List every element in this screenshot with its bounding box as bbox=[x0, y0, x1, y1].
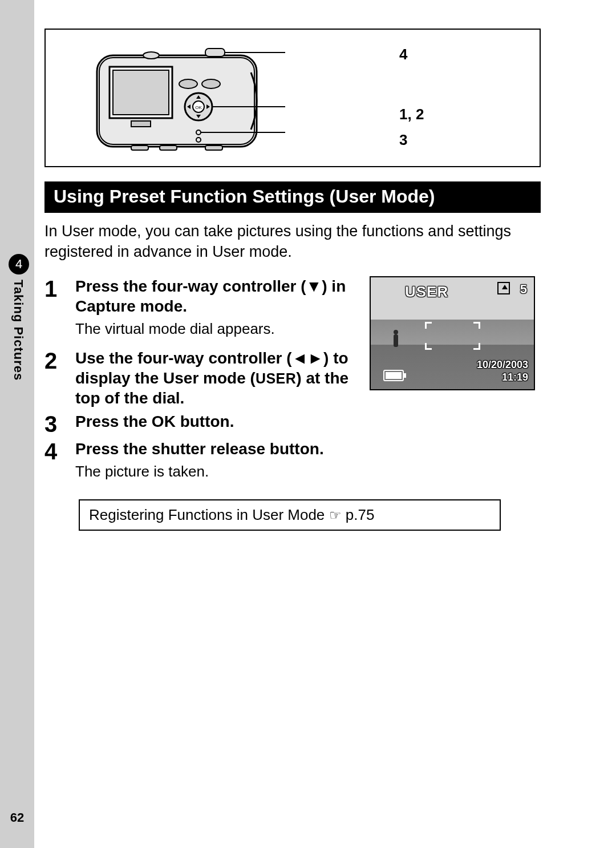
ss-focus-bracket bbox=[425, 322, 432, 329]
down-arrow-icon: ▼ bbox=[306, 277, 322, 295]
step-description: The picture is taken. bbox=[75, 462, 541, 482]
callout-4: 4 bbox=[399, 47, 407, 62]
step-body: Press the shutter release button. The pi… bbox=[75, 439, 541, 487]
pointer-icon: ☞ bbox=[329, 507, 342, 523]
ss-focus-bracket bbox=[473, 343, 480, 350]
step-title: Press the shutter release button. bbox=[75, 439, 541, 459]
step-description: The virtual mode dial appears. bbox=[75, 320, 364, 339]
callout-1-2: 1, 2 bbox=[399, 107, 424, 122]
svg-rect-17 bbox=[131, 146, 148, 150]
ss-person-silhouette bbox=[394, 334, 398, 347]
reference-page: p.75 bbox=[342, 506, 375, 523]
callout-3: 3 bbox=[399, 132, 407, 147]
intro-paragraph: In User mode, you can take pictures usin… bbox=[44, 221, 541, 263]
manual-page: 62 4 Taking Pictures OK bbox=[0, 0, 616, 848]
step-number: 3 bbox=[44, 411, 75, 435]
camera-illustration: OK bbox=[57, 38, 285, 158]
page-number: 62 bbox=[0, 810, 34, 825]
step-title: Press the OK button. bbox=[75, 411, 541, 431]
step-title: Press the four-way controller (▼) in Cap… bbox=[75, 276, 364, 316]
chapter-number-badge: 4 bbox=[9, 254, 29, 274]
chapter-title-vertical: Taking Pictures bbox=[9, 280, 26, 451]
steps-list: USER 5 10/20/2003 11:19 1 Press the four… bbox=[44, 276, 558, 531]
svg-text:OK: OK bbox=[195, 105, 202, 110]
reference-text: Registering Functions in User Mode bbox=[89, 506, 329, 523]
step-body: Press the four-way controller (▼) in Cap… bbox=[75, 276, 364, 345]
ss-mode-label: USER bbox=[405, 283, 448, 301]
content-area: OK 4 1, 2 3 bbox=[44, 29, 586, 531]
step-number: 1 bbox=[44, 276, 75, 300]
ss-count: 5 bbox=[520, 282, 527, 297]
step-1: 1 Press the four-way controller (▼) in C… bbox=[44, 276, 364, 345]
svg-point-2 bbox=[143, 52, 159, 59]
user-mode-label: USER bbox=[256, 370, 296, 386]
step-number: 4 bbox=[44, 439, 75, 463]
ss-battery-icon bbox=[383, 370, 404, 381]
svg-rect-18 bbox=[160, 146, 177, 150]
step-4: 4 Press the shutter release button. The … bbox=[44, 439, 541, 487]
cross-reference-box: Registering Functions in User Mode ☞ p.7… bbox=[79, 499, 501, 531]
svg-rect-3 bbox=[205, 49, 225, 56]
svg-point-10 bbox=[179, 79, 197, 88]
step-3: 3 Press the OK button. bbox=[44, 411, 541, 435]
section-heading: Using Preset Function Settings (User Mod… bbox=[44, 181, 541, 213]
step-title: Use the four-way controller (◄►) to disp… bbox=[75, 348, 364, 408]
step-body: Press the OK button. bbox=[75, 411, 541, 431]
svg-point-11 bbox=[202, 79, 220, 88]
camera-diagram-box: OK 4 1, 2 3 bbox=[44, 29, 541, 167]
step-2: 2 Use the four-way controller (◄►) to di… bbox=[44, 348, 364, 408]
step-title-text: Use the four-way controller ( bbox=[75, 349, 292, 367]
ss-focus-bracket bbox=[473, 322, 480, 329]
svg-rect-6 bbox=[131, 121, 151, 127]
step-number: 2 bbox=[44, 348, 75, 372]
step-body: Use the four-way controller (◄►) to disp… bbox=[75, 348, 364, 408]
left-right-arrow-icon: ◄► bbox=[292, 349, 323, 367]
ss-card-icon bbox=[497, 282, 510, 294]
svg-rect-19 bbox=[205, 146, 222, 150]
lcd-screenshot: USER 5 10/20/2003 11:19 bbox=[370, 276, 535, 390]
step-title-text: Press the four-way controller ( bbox=[75, 277, 306, 295]
ss-time: 11:19 bbox=[502, 371, 528, 383]
svg-rect-5 bbox=[113, 70, 169, 115]
ss-date: 10/20/2003 bbox=[477, 359, 528, 371]
ss-focus-bracket bbox=[425, 343, 432, 350]
